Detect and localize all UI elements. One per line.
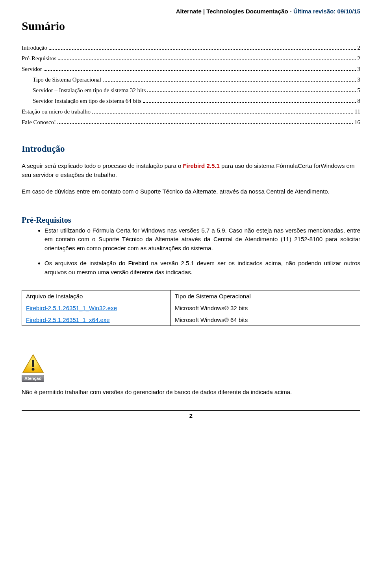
intro-paragraph-2: Em caso de dúvidas entre em contato com … [22,187,360,196]
toc-page: 3 [358,66,361,73]
warning-icon-wrap: Atenção [22,354,50,382]
install-file-link[interactable]: Firebird-2.5.1.26351_1_Win32.exe [26,305,117,311]
table-row: Firebird-2.5.1.26351_1_Win32.exe Microso… [22,302,360,314]
toc-label: Pré-Requisitos [22,55,56,62]
table-cell-file: Firebird-2.5.1.26351_1_x64.exe [22,314,171,326]
prereq-list: Estar utilizando o Fórmula Certa for Win… [22,226,360,277]
install-file-link[interactable]: Firebird-2.5.1.26351_1_x64.exe [26,316,110,323]
toc-row[interactable]: Estação ou micro de trabalho 11 [22,108,360,115]
table-cell-os: Microsoft Windows® 32 bits [170,302,360,314]
toc-leader-dots [103,81,356,82]
toc-label: Estação ou micro de trabalho [22,108,91,115]
prereq-item: Estar utilizando o Fórmula Certa for Win… [44,226,360,253]
table-cell-os: Microsoft Windows® 64 bits [170,314,360,326]
section-title-introducao: Introdução [22,144,360,154]
toc-page: 5 [358,87,361,94]
warning-label: Atenção [22,375,44,382]
header-brand: Alternate | Technologies [176,8,244,15]
toc-leader-dots [143,102,356,103]
toc-page: 8 [358,98,361,104]
summary-title: Sumário [22,19,360,33]
toc-row[interactable]: Servidor 3 [22,66,360,73]
toc-row[interactable]: Introdução 2 [22,45,360,51]
toc-row[interactable]: Servidor – Instalação em tipo de sistema… [22,87,360,94]
warning-block: Atenção Não é permitido trabalhar com ve… [22,354,360,396]
table-header-file: Arquivo de Instalação [22,290,171,302]
header-revision-date: 09/10/15 [337,8,360,15]
prereq-item: Os arquivos de instalação do Firebird na… [44,259,360,277]
toc-page: 3 [358,76,361,83]
toc-label: Tipo de Sistema Operacional [33,76,101,83]
toc-label: Fale Conosco! [22,119,56,126]
toc-row[interactable]: Servidor Instalação em tipo de sistema 6… [22,98,360,104]
toc-label: Introdução [22,45,47,51]
toc-page: 11 [355,108,360,115]
page-header: Alternate | Technologies Documentação - … [22,8,360,16]
toc-label: Servidor – Instalação em tipo de sistema… [33,87,146,94]
table-header-os: Tipo de Sistema Operacional [170,290,360,302]
toc-label: Servidor [22,66,42,73]
toc-row[interactable]: Pré-Requisitos 2 [22,55,360,62]
toc-leader-dots [49,49,356,50]
toc-leader-dots [92,113,353,114]
firebird-version: Firebird 2.5.1 [183,162,219,169]
toc-row[interactable]: Fale Conosco! 16 [22,119,360,126]
toc-page: 2 [358,55,361,62]
svg-point-2 [32,368,35,371]
table-row: Firebird-2.5.1.26351_1_x64.exe Microsoft… [22,314,360,326]
table-cell-file: Firebird-2.5.1.26351_1_Win32.exe [22,302,171,314]
install-files-table: Arquivo de Instalação Tipo de Sistema Op… [22,290,360,326]
toc-leader-dots [58,60,356,60]
header-revision-label: Última revisão: [293,8,337,15]
toc-leader-dots [57,123,353,124]
toc-row[interactable]: Tipo de Sistema Operacional 3 [22,76,360,83]
toc-leader-dots [147,91,356,92]
table-of-contents: Introdução 2 Pré-Requisitos 2 Servidor 3… [22,45,360,126]
toc-page: 2 [358,45,361,51]
toc-leader-dots [44,70,356,71]
toc-page: 16 [354,119,360,126]
svg-rect-1 [32,360,34,367]
section-title-prerequisitos: Pré-Requisitos [22,216,360,225]
header-section: Documentação - [244,8,293,15]
toc-label: Servidor Instalação em tipo de sistema 6… [33,98,141,104]
warning-icon [22,354,44,374]
page-number: 2 [22,410,360,419]
table-row: Arquivo de Instalação Tipo de Sistema Op… [22,290,360,302]
intro-paragraph-1: A seguir será explicado todo o processo … [22,161,360,180]
intro-p1-pre: A seguir será explicado todo o processo … [22,162,183,169]
warning-text: Não é permitido trabalhar com versões do… [22,387,360,396]
